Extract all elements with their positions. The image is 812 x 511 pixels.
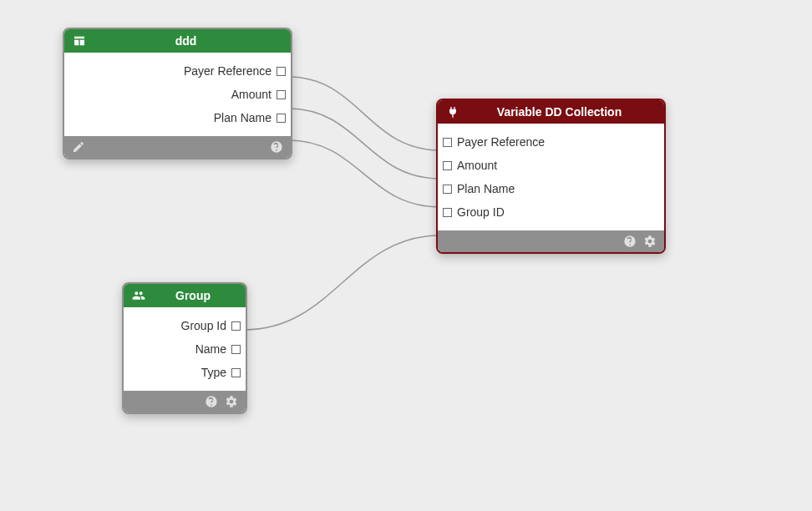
help-icon[interactable]: [269, 139, 284, 154]
node-ddd-body: Payer Reference Amount Plan Name: [64, 53, 291, 136]
field-label: Payer Reference: [457, 135, 545, 149]
output-port[interactable]: [231, 321, 241, 331]
node-group-title: Group: [149, 289, 237, 302]
node-group[interactable]: Group Group Id Name Type: [122, 282, 247, 414]
output-port[interactable]: [277, 90, 286, 99]
field-name[interactable]: Name: [124, 337, 246, 361]
edit-icon[interactable]: [71, 139, 86, 154]
field-payer-reference[interactable]: Payer Reference: [64, 59, 291, 83]
field-amount-in[interactable]: Amount: [438, 154, 664, 177]
output-port[interactable]: [231, 345, 241, 354]
field-label: Plan Name: [214, 111, 272, 124]
node-group-body: Group Id Name Type: [124, 307, 246, 391]
node-group-header[interactable]: Group: [124, 284, 246, 307]
node-vdd-body: Payer Reference Amount Plan Name Group I…: [438, 124, 664, 230]
field-label: Amount: [457, 159, 497, 172]
field-label: Plan Name: [457, 182, 515, 195]
node-ddd-footer: [64, 136, 291, 158]
field-payer-reference-in[interactable]: Payer Reference: [438, 130, 664, 154]
field-plan-name-in[interactable]: Plan Name: [438, 177, 664, 200]
input-port[interactable]: [443, 208, 452, 217]
node-vdd-header[interactable]: Variable DD Collection: [438, 100, 664, 124]
help-icon[interactable]: [622, 234, 637, 249]
node-group-footer: [124, 391, 246, 412]
field-plan-name[interactable]: Plan Name: [64, 106, 291, 129]
diagram-canvas[interactable]: ddd Payer Reference Amount Plan Name: [0, 0, 812, 511]
node-vdd[interactable]: Variable DD Collection Payer Reference A…: [436, 99, 666, 254]
input-port[interactable]: [443, 138, 452, 147]
node-ddd-header[interactable]: ddd: [64, 29, 291, 53]
node-ddd-title: ddd: [89, 34, 282, 48]
field-label: Payer Reference: [184, 64, 272, 78]
output-port[interactable]: [277, 67, 286, 76]
input-port[interactable]: [443, 185, 452, 194]
help-icon[interactable]: [204, 394, 219, 409]
users-icon: [132, 289, 149, 302]
field-type[interactable]: Type: [124, 361, 246, 384]
input-port[interactable]: [443, 161, 452, 170]
field-label: Name: [195, 342, 226, 356]
field-group-id-in[interactable]: Group ID: [438, 200, 664, 224]
node-vdd-footer: [438, 230, 664, 252]
field-label: Type: [201, 366, 226, 379]
output-port[interactable]: [231, 368, 241, 377]
field-amount[interactable]: Amount: [64, 83, 291, 106]
gear-icon[interactable]: [642, 234, 657, 249]
gear-icon[interactable]: [224, 394, 239, 409]
node-vdd-title: Variable DD Collection: [463, 105, 656, 119]
plug-icon: [446, 105, 463, 119]
field-label: Group Id: [181, 319, 226, 332]
table-icon: [73, 34, 89, 48]
field-label: Group ID: [457, 205, 505, 219]
node-ddd[interactable]: ddd Payer Reference Amount Plan Name: [63, 28, 292, 159]
field-group-id[interactable]: Group Id: [124, 314, 246, 337]
field-label: Amount: [231, 88, 272, 101]
output-port[interactable]: [277, 114, 286, 123]
